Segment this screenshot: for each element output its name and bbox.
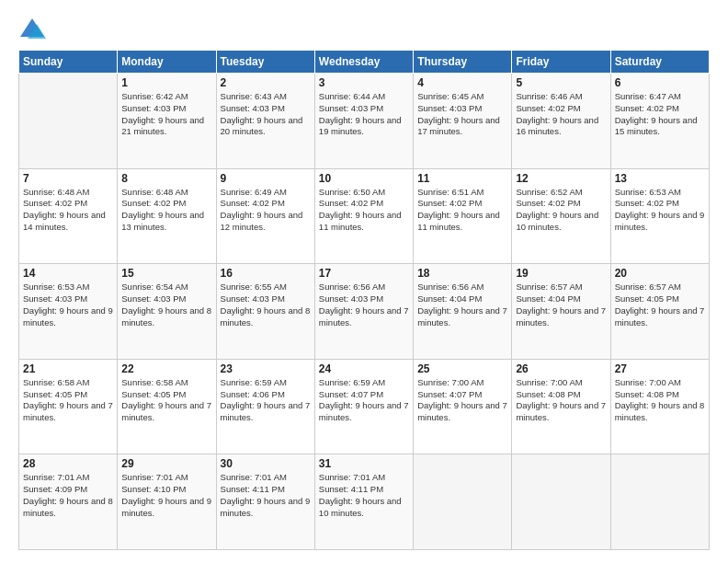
header: [18, 17, 710, 42]
day-number: 23: [221, 362, 311, 375]
day-info: Sunrise: 6:48 AMSunset: 4:02 PMDaylight:…: [23, 187, 113, 234]
day-info: Sunrise: 6:45 AMSunset: 4:03 PMDaylight:…: [417, 91, 507, 138]
day-info: Sunrise: 7:00 AMSunset: 4:07 PMDaylight:…: [417, 377, 507, 424]
day-number: 9: [221, 172, 311, 185]
day-info: Sunrise: 7:00 AMSunset: 4:08 PMDaylight:…: [615, 377, 705, 424]
day-number: 19: [516, 267, 606, 280]
calendar-cell: 14Sunrise: 6:53 AMSunset: 4:03 PMDayligh…: [19, 264, 118, 360]
day-info: Sunrise: 6:55 AMSunset: 4:03 PMDaylight:…: [221, 282, 311, 328]
calendar-week-row: 28Sunrise: 7:01 AMSunset: 4:09 PMDayligh…: [19, 454, 710, 550]
calendar-week-row: 7Sunrise: 6:48 AMSunset: 4:02 PMDaylight…: [19, 168, 710, 264]
calendar-cell: 9Sunrise: 6:49 AMSunset: 4:02 PMDaylight…: [216, 168, 314, 264]
calendar-week-row: 21Sunrise: 6:58 AMSunset: 4:05 PMDayligh…: [19, 359, 710, 454]
calendar-cell: 28Sunrise: 7:01 AMSunset: 4:09 PMDayligh…: [19, 454, 118, 550]
logo-icon: [18, 17, 46, 42]
day-number: 15: [121, 267, 211, 280]
day-number: 3: [319, 76, 409, 89]
calendar-cell: 17Sunrise: 6:56 AMSunset: 4:03 PMDayligh…: [314, 264, 413, 360]
day-number: 20: [615, 267, 705, 280]
calendar-cell: 30Sunrise: 7:01 AMSunset: 4:11 PMDayligh…: [216, 454, 314, 550]
calendar-cell: 12Sunrise: 6:52 AMSunset: 4:02 PMDayligh…: [512, 168, 610, 264]
day-info: Sunrise: 7:01 AMSunset: 4:11 PMDaylight:…: [221, 472, 311, 519]
day-number: 13: [615, 172, 705, 185]
calendar-cell: 15Sunrise: 6:54 AMSunset: 4:03 PMDayligh…: [118, 264, 216, 360]
weekday-header-row: SundayMondayTuesdayWednesdayThursdayFrid…: [19, 51, 710, 74]
calendar-cell: 13Sunrise: 6:53 AMSunset: 4:02 PMDayligh…: [610, 168, 709, 264]
calendar-week-row: 1Sunrise: 6:42 AMSunset: 4:03 PMDaylight…: [19, 74, 710, 169]
calendar-cell: 11Sunrise: 6:51 AMSunset: 4:02 PMDayligh…: [414, 168, 512, 264]
day-number: 25: [417, 362, 507, 375]
calendar-cell: 3Sunrise: 6:44 AMSunset: 4:03 PMDaylight…: [314, 74, 413, 169]
page: SundayMondayTuesdayWednesdayThursdayFrid…: [0, 0, 728, 563]
day-number: 2: [221, 76, 311, 89]
day-number: 21: [23, 362, 113, 375]
calendar-cell: 24Sunrise: 6:59 AMSunset: 4:07 PMDayligh…: [314, 359, 413, 454]
day-number: 28: [23, 457, 113, 470]
day-number: 30: [221, 457, 311, 470]
day-number: 1: [121, 76, 211, 89]
calendar-cell: 5Sunrise: 6:46 AMSunset: 4:02 PMDaylight…: [512, 74, 610, 169]
day-number: 6: [615, 76, 705, 89]
calendar-cell: 8Sunrise: 6:48 AMSunset: 4:02 PMDaylight…: [118, 168, 216, 264]
day-number: 27: [615, 362, 705, 375]
day-info: Sunrise: 6:50 AMSunset: 4:02 PMDaylight:…: [319, 187, 409, 234]
calendar-table: SundayMondayTuesdayWednesdayThursdayFrid…: [18, 50, 710, 550]
calendar-cell: 1Sunrise: 6:42 AMSunset: 4:03 PMDaylight…: [118, 74, 216, 169]
weekday-header-friday: Friday: [512, 51, 610, 74]
calendar-cell: 16Sunrise: 6:55 AMSunset: 4:03 PMDayligh…: [216, 264, 314, 360]
day-number: 24: [319, 362, 409, 375]
calendar-cell: 20Sunrise: 6:57 AMSunset: 4:05 PMDayligh…: [610, 264, 709, 360]
day-number: 5: [516, 76, 606, 89]
day-info: Sunrise: 6:54 AMSunset: 4:03 PMDaylight:…: [121, 282, 211, 328]
weekday-header-wednesday: Wednesday: [314, 51, 413, 74]
calendar-cell: [512, 454, 610, 550]
day-number: 16: [221, 267, 311, 280]
calendar-cell: 23Sunrise: 6:59 AMSunset: 4:06 PMDayligh…: [216, 359, 314, 454]
day-number: 10: [319, 172, 409, 185]
day-info: Sunrise: 6:58 AMSunset: 4:05 PMDaylight:…: [23, 377, 113, 424]
calendar-cell: 22Sunrise: 6:58 AMSunset: 4:05 PMDayligh…: [118, 359, 216, 454]
calendar-cell: 26Sunrise: 7:00 AMSunset: 4:08 PMDayligh…: [512, 359, 610, 454]
calendar-cell: 10Sunrise: 6:50 AMSunset: 4:02 PMDayligh…: [314, 168, 413, 264]
day-number: 29: [121, 457, 211, 470]
day-number: 4: [417, 76, 507, 89]
calendar-cell: 27Sunrise: 7:00 AMSunset: 4:08 PMDayligh…: [610, 359, 709, 454]
calendar-cell: [414, 454, 512, 550]
day-info: Sunrise: 6:58 AMSunset: 4:05 PMDaylight:…: [121, 377, 211, 424]
weekday-header-sunday: Sunday: [19, 51, 118, 74]
day-number: 11: [417, 172, 507, 185]
day-info: Sunrise: 7:01 AMSunset: 4:11 PMDaylight:…: [319, 472, 409, 519]
day-info: Sunrise: 6:49 AMSunset: 4:02 PMDaylight:…: [221, 187, 311, 234]
day-info: Sunrise: 6:43 AMSunset: 4:03 PMDaylight:…: [221, 91, 311, 138]
day-info: Sunrise: 6:56 AMSunset: 4:03 PMDaylight:…: [319, 282, 409, 328]
day-number: 7: [23, 172, 113, 185]
weekday-header-tuesday: Tuesday: [216, 51, 314, 74]
weekday-header-monday: Monday: [118, 51, 216, 74]
day-info: Sunrise: 6:53 AMSunset: 4:02 PMDaylight:…: [615, 187, 705, 234]
logo: [18, 17, 50, 42]
day-info: Sunrise: 6:44 AMSunset: 4:03 PMDaylight:…: [319, 91, 409, 138]
calendar-week-row: 14Sunrise: 6:53 AMSunset: 4:03 PMDayligh…: [19, 264, 710, 360]
calendar-cell: 25Sunrise: 7:00 AMSunset: 4:07 PMDayligh…: [414, 359, 512, 454]
calendar-cell: 18Sunrise: 6:56 AMSunset: 4:04 PMDayligh…: [414, 264, 512, 360]
day-info: Sunrise: 6:57 AMSunset: 4:04 PMDaylight:…: [516, 282, 606, 328]
day-info: Sunrise: 6:57 AMSunset: 4:05 PMDaylight:…: [615, 282, 705, 328]
day-info: Sunrise: 6:46 AMSunset: 4:02 PMDaylight:…: [516, 91, 606, 138]
calendar-cell: 29Sunrise: 7:01 AMSunset: 4:10 PMDayligh…: [118, 454, 216, 550]
day-number: 12: [516, 172, 606, 185]
day-info: Sunrise: 6:51 AMSunset: 4:02 PMDaylight:…: [417, 187, 507, 234]
weekday-header-thursday: Thursday: [414, 51, 512, 74]
day-number: 8: [121, 172, 211, 185]
day-info: Sunrise: 7:00 AMSunset: 4:08 PMDaylight:…: [516, 377, 606, 424]
day-info: Sunrise: 6:53 AMSunset: 4:03 PMDaylight:…: [23, 282, 113, 328]
day-number: 14: [23, 267, 113, 280]
day-info: Sunrise: 6:47 AMSunset: 4:02 PMDaylight:…: [615, 91, 705, 138]
day-info: Sunrise: 6:42 AMSunset: 4:03 PMDaylight:…: [121, 91, 211, 138]
calendar-cell: 2Sunrise: 6:43 AMSunset: 4:03 PMDaylight…: [216, 74, 314, 169]
calendar-cell: 21Sunrise: 6:58 AMSunset: 4:05 PMDayligh…: [19, 359, 118, 454]
day-info: Sunrise: 6:48 AMSunset: 4:02 PMDaylight:…: [121, 187, 211, 234]
day-info: Sunrise: 6:56 AMSunset: 4:04 PMDaylight:…: [417, 282, 507, 328]
day-info: Sunrise: 6:59 AMSunset: 4:07 PMDaylight:…: [319, 377, 409, 424]
day-info: Sunrise: 6:59 AMSunset: 4:06 PMDaylight:…: [221, 377, 311, 424]
calendar-cell: 7Sunrise: 6:48 AMSunset: 4:02 PMDaylight…: [19, 168, 118, 264]
